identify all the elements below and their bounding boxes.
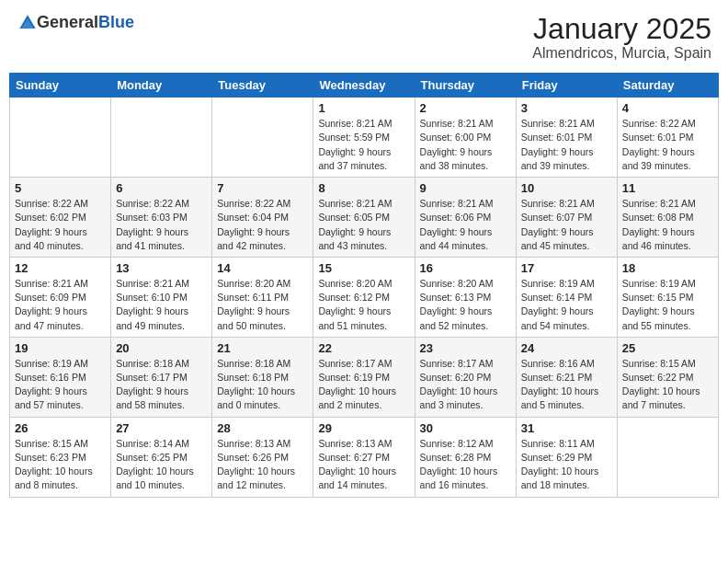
day-number: 31: [521, 421, 612, 435]
day-cell: 28Sunrise: 8:13 AM Sunset: 6:26 PM Dayli…: [212, 417, 313, 497]
day-cell: 19Sunrise: 8:19 AM Sunset: 6:16 PM Dayli…: [10, 337, 111, 417]
day-info: Sunrise: 8:11 AM Sunset: 6:29 PM Dayligh…: [521, 437, 612, 493]
day-number: 11: [622, 181, 713, 195]
logo-text-general: General: [37, 13, 98, 31]
location-title: Almendricos, Murcia, Spain: [532, 45, 711, 62]
day-info: Sunrise: 8:22 AM Sunset: 6:03 PM Dayligh…: [116, 197, 207, 253]
day-info: Sunrise: 8:21 AM Sunset: 6:01 PM Dayligh…: [521, 117, 612, 173]
day-number: 23: [420, 341, 511, 355]
day-cell: 21Sunrise: 8:18 AM Sunset: 6:18 PM Dayli…: [212, 337, 313, 417]
day-info: Sunrise: 8:22 AM Sunset: 6:02 PM Dayligh…: [15, 197, 106, 253]
day-cell: 25Sunrise: 8:15 AM Sunset: 6:22 PM Dayli…: [617, 337, 718, 417]
weekday-header-saturday: Saturday: [617, 74, 718, 98]
calendar: SundayMondayTuesdayWednesdayThursdayFrid…: [9, 73, 719, 497]
day-cell: 2Sunrise: 8:21 AM Sunset: 6:00 PM Daylig…: [415, 98, 516, 178]
day-number: 18: [622, 261, 713, 275]
day-cell: 4Sunrise: 8:22 AM Sunset: 6:01 PM Daylig…: [617, 98, 718, 178]
day-info: Sunrise: 8:16 AM Sunset: 6:21 PM Dayligh…: [521, 357, 612, 413]
day-cell: 16Sunrise: 8:20 AM Sunset: 6:13 PM Dayli…: [415, 257, 516, 337]
month-title: January 2025: [532, 13, 711, 45]
day-number: 16: [420, 261, 511, 275]
day-cell: 5Sunrise: 8:22 AM Sunset: 6:02 PM Daylig…: [10, 178, 111, 258]
day-number: 10: [521, 181, 612, 195]
day-number: 15: [318, 261, 409, 275]
day-cell: [617, 417, 718, 497]
day-info: Sunrise: 8:20 AM Sunset: 6:11 PM Dayligh…: [217, 277, 308, 333]
day-cell: 12Sunrise: 8:21 AM Sunset: 6:09 PM Dayli…: [10, 257, 111, 337]
day-info: Sunrise: 8:22 AM Sunset: 6:04 PM Dayligh…: [217, 197, 308, 253]
day-info: Sunrise: 8:12 AM Sunset: 6:28 PM Dayligh…: [420, 437, 511, 493]
day-number: 22: [318, 341, 409, 355]
day-number: 21: [217, 341, 308, 355]
logo: GeneralBlue: [17, 13, 134, 32]
day-number: 8: [318, 181, 409, 195]
day-cell: 7Sunrise: 8:22 AM Sunset: 6:04 PM Daylig…: [212, 178, 313, 258]
day-info: Sunrise: 8:19 AM Sunset: 6:14 PM Dayligh…: [521, 277, 612, 333]
day-info: Sunrise: 8:17 AM Sunset: 6:19 PM Dayligh…: [318, 357, 409, 413]
day-cell: 3Sunrise: 8:21 AM Sunset: 6:01 PM Daylig…: [516, 98, 617, 178]
day-info: Sunrise: 8:21 AM Sunset: 6:10 PM Dayligh…: [116, 277, 207, 333]
day-cell: 23Sunrise: 8:17 AM Sunset: 6:20 PM Dayli…: [415, 337, 516, 417]
weekday-header-thursday: Thursday: [415, 74, 516, 98]
day-cell: 30Sunrise: 8:12 AM Sunset: 6:28 PM Dayli…: [415, 417, 516, 497]
day-number: 1: [318, 101, 409, 115]
week-row-4: 26Sunrise: 8:15 AM Sunset: 6:23 PM Dayli…: [10, 417, 719, 497]
day-info: Sunrise: 8:21 AM Sunset: 6:08 PM Dayligh…: [622, 197, 713, 253]
day-number: 25: [622, 341, 713, 355]
day-number: 2: [420, 101, 511, 115]
day-info: Sunrise: 8:19 AM Sunset: 6:16 PM Dayligh…: [15, 357, 106, 413]
day-cell: 17Sunrise: 8:19 AM Sunset: 6:14 PM Dayli…: [516, 257, 617, 337]
weekday-header-friday: Friday: [516, 74, 617, 98]
day-cell: 29Sunrise: 8:13 AM Sunset: 6:27 PM Dayli…: [313, 417, 415, 497]
day-number: 5: [15, 181, 106, 195]
day-info: Sunrise: 8:20 AM Sunset: 6:13 PM Dayligh…: [420, 277, 511, 333]
day-number: 30: [420, 421, 511, 435]
day-cell: 11Sunrise: 8:21 AM Sunset: 6:08 PM Dayli…: [617, 178, 718, 258]
day-cell: 1Sunrise: 8:21 AM Sunset: 5:59 PM Daylig…: [313, 98, 415, 178]
day-cell: [212, 98, 313, 178]
day-info: Sunrise: 8:21 AM Sunset: 6:09 PM Dayligh…: [15, 277, 106, 333]
day-info: Sunrise: 8:21 AM Sunset: 6:00 PM Dayligh…: [420, 117, 511, 173]
day-info: Sunrise: 8:18 AM Sunset: 6:17 PM Dayligh…: [116, 357, 207, 413]
day-info: Sunrise: 8:19 AM Sunset: 6:15 PM Dayligh…: [622, 277, 713, 333]
day-cell: 6Sunrise: 8:22 AM Sunset: 6:03 PM Daylig…: [111, 178, 212, 258]
weekday-header-monday: Monday: [111, 74, 212, 98]
day-cell: 22Sunrise: 8:17 AM Sunset: 6:19 PM Dayli…: [313, 337, 415, 417]
day-number: 13: [116, 261, 207, 275]
day-info: Sunrise: 8:15 AM Sunset: 6:22 PM Dayligh…: [622, 357, 713, 413]
day-number: 9: [420, 181, 511, 195]
day-cell: 9Sunrise: 8:21 AM Sunset: 6:06 PM Daylig…: [415, 178, 516, 258]
day-number: 12: [15, 261, 106, 275]
day-cell: 24Sunrise: 8:16 AM Sunset: 6:21 PM Dayli…: [516, 337, 617, 417]
day-number: 24: [521, 341, 612, 355]
week-row-1: 5Sunrise: 8:22 AM Sunset: 6:02 PM Daylig…: [10, 178, 719, 258]
weekday-header-wednesday: Wednesday: [313, 74, 415, 98]
day-cell: 18Sunrise: 8:19 AM Sunset: 6:15 PM Dayli…: [617, 257, 718, 337]
day-cell: 31Sunrise: 8:11 AM Sunset: 6:29 PM Dayli…: [516, 417, 617, 497]
day-cell: 20Sunrise: 8:18 AM Sunset: 6:17 PM Dayli…: [111, 337, 212, 417]
week-row-3: 19Sunrise: 8:19 AM Sunset: 6:16 PM Dayli…: [10, 337, 719, 417]
day-info: Sunrise: 8:20 AM Sunset: 6:12 PM Dayligh…: [318, 277, 409, 333]
day-info: Sunrise: 8:21 AM Sunset: 6:05 PM Dayligh…: [318, 197, 409, 253]
day-number: 29: [318, 421, 409, 435]
day-number: 3: [521, 101, 612, 115]
day-info: Sunrise: 8:22 AM Sunset: 6:01 PM Dayligh…: [622, 117, 713, 173]
day-cell: 13Sunrise: 8:21 AM Sunset: 6:10 PM Dayli…: [111, 257, 212, 337]
day-number: 17: [521, 261, 612, 275]
day-cell: [111, 98, 212, 178]
day-info: Sunrise: 8:21 AM Sunset: 6:06 PM Dayligh…: [420, 197, 511, 253]
day-number: 7: [217, 181, 308, 195]
day-info: Sunrise: 8:14 AM Sunset: 6:25 PM Dayligh…: [116, 437, 207, 493]
day-info: Sunrise: 8:17 AM Sunset: 6:20 PM Dayligh…: [420, 357, 511, 413]
day-cell: 8Sunrise: 8:21 AM Sunset: 6:05 PM Daylig…: [313, 178, 415, 258]
header: GeneralBlue January 2025 Almendricos, Mu…: [9, 9, 719, 65]
week-row-0: 1Sunrise: 8:21 AM Sunset: 5:59 PM Daylig…: [10, 98, 719, 178]
day-number: 26: [15, 421, 106, 435]
logo-icon: [18, 14, 37, 32]
day-info: Sunrise: 8:13 AM Sunset: 6:27 PM Dayligh…: [318, 437, 409, 493]
logo-text-blue: Blue: [98, 13, 134, 31]
day-cell: 27Sunrise: 8:14 AM Sunset: 6:25 PM Dayli…: [111, 417, 212, 497]
day-info: Sunrise: 8:21 AM Sunset: 6:07 PM Dayligh…: [521, 197, 612, 253]
day-info: Sunrise: 8:15 AM Sunset: 6:23 PM Dayligh…: [15, 437, 106, 493]
day-cell: [10, 98, 111, 178]
